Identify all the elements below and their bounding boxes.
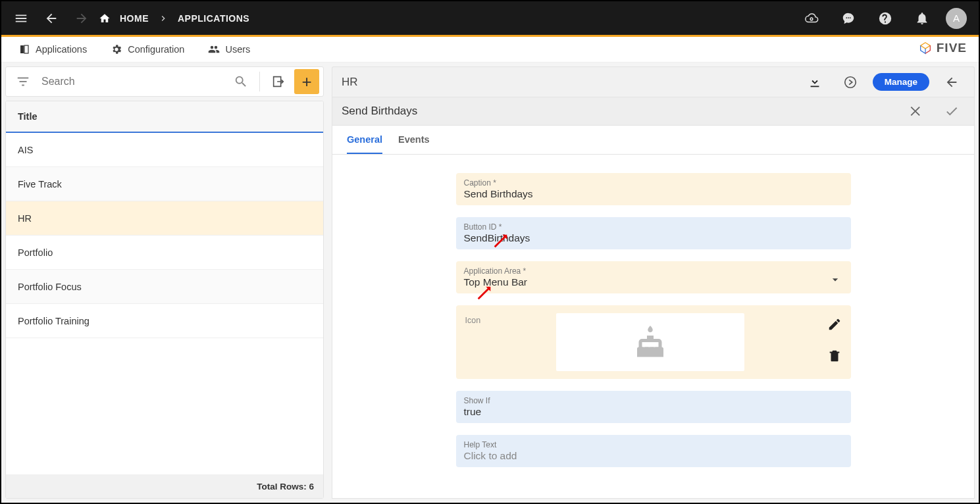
list-item[interactable]: Portfolio Training bbox=[6, 304, 323, 338]
field-show-if[interactable]: Show If true bbox=[456, 391, 851, 423]
check-icon[interactable] bbox=[939, 98, 965, 124]
chevron-right-icon bbox=[158, 13, 168, 24]
field-value: Top Menu Bar bbox=[464, 276, 843, 288]
main-area: + Title AIS Five Track HR Portfolio Port… bbox=[1, 63, 979, 503]
field-placeholder: Click to add bbox=[464, 450, 843, 462]
tab-users[interactable]: Users bbox=[196, 37, 262, 62]
field-label: Application Area * bbox=[464, 266, 843, 276]
avatar-letter: A bbox=[953, 13, 960, 24]
list-footer: Total Rows: 6 bbox=[6, 474, 323, 498]
home-icon bbox=[99, 13, 111, 24]
left-pane: + Title AIS Five Track HR Portfolio Port… bbox=[1, 63, 328, 503]
field-label: Button ID * bbox=[464, 222, 843, 232]
footer-label: Total Rows: bbox=[257, 482, 307, 491]
field-label: Caption * bbox=[464, 178, 843, 188]
svg-rect-2 bbox=[24, 45, 28, 53]
breadcrumb-home[interactable]: HOME bbox=[115, 13, 154, 24]
form-area: Caption * Send Birthdays Button ID * Sen… bbox=[332, 155, 975, 499]
field-application-area[interactable]: Application Area * Top Menu Bar bbox=[456, 261, 851, 293]
field-label: Show If bbox=[464, 396, 843, 405]
tab-configuration[interactable]: Configuration bbox=[99, 37, 196, 62]
field-label: Help Text bbox=[464, 440, 843, 449]
tab-configuration-label: Configuration bbox=[128, 44, 184, 55]
search-bar: + bbox=[5, 66, 324, 97]
cake-icon bbox=[631, 322, 670, 362]
icon-preview bbox=[556, 313, 744, 371]
field-button-id[interactable]: Button ID * SendBirthdays bbox=[456, 217, 851, 249]
brand-icon bbox=[918, 41, 933, 55]
field-value: Send Birthdays bbox=[464, 188, 843, 200]
brand-label: FIVE bbox=[937, 41, 967, 55]
sub-header: Send Birthdays bbox=[332, 97, 975, 126]
sub-title: Send Birthdays bbox=[342, 105, 417, 118]
run-icon[interactable] bbox=[837, 69, 864, 95]
top-bar: HOME APPLICATIONS A bbox=[1, 1, 979, 35]
edit-icon[interactable] bbox=[827, 317, 842, 332]
page-header: HR Manage bbox=[332, 66, 975, 97]
svg-point-0 bbox=[810, 18, 813, 20]
list-item[interactable]: Portfolio bbox=[6, 236, 323, 270]
import-icon[interactable] bbox=[265, 68, 292, 95]
breadcrumb-applications[interactable]: APPLICATIONS bbox=[172, 13, 255, 24]
delete-icon[interactable] bbox=[827, 349, 842, 363]
back-arrow-icon[interactable] bbox=[939, 69, 965, 95]
avatar[interactable]: A bbox=[946, 8, 967, 29]
footer-count: 6 bbox=[309, 482, 314, 491]
close-icon[interactable] bbox=[903, 98, 929, 124]
hamburger-menu-icon[interactable] bbox=[8, 5, 34, 32]
gear-icon bbox=[111, 43, 122, 55]
list-item[interactable]: AIS bbox=[6, 133, 323, 167]
list-item[interactable]: HR bbox=[6, 201, 323, 236]
nav-back-button[interactable] bbox=[38, 5, 64, 32]
svg-point-3 bbox=[844, 76, 856, 88]
tab-applications[interactable]: Applications bbox=[7, 37, 99, 62]
field-label: Icon bbox=[465, 313, 544, 325]
svg-rect-1 bbox=[20, 45, 24, 53]
tab-general[interactable]: General bbox=[347, 126, 382, 154]
right-pane: HR Manage Send Birthdays bbox=[328, 63, 979, 503]
add-button[interactable]: + bbox=[294, 69, 319, 94]
field-help-text[interactable]: Help Text Click to add bbox=[456, 435, 851, 467]
help-icon[interactable] bbox=[872, 5, 898, 32]
download-icon[interactable] bbox=[802, 69, 828, 95]
notifications-icon[interactable] bbox=[909, 5, 935, 32]
page-title: HR bbox=[342, 76, 358, 89]
list-card: Title AIS Five Track HR Portfolio Portfo… bbox=[5, 101, 324, 499]
search-input[interactable] bbox=[39, 72, 225, 91]
field-value: SendBirthdays bbox=[464, 232, 843, 244]
chevron-down-icon[interactable] bbox=[829, 273, 842, 286]
list-header-title: Title bbox=[18, 111, 38, 122]
breadcrumb: HOME APPLICATIONS bbox=[99, 13, 255, 24]
cloud-icon[interactable] bbox=[798, 5, 825, 32]
tab-events[interactable]: Events bbox=[398, 126, 430, 154]
applications-icon bbox=[18, 43, 30, 55]
list-item[interactable]: Portfolio Focus bbox=[6, 270, 323, 304]
manage-button[interactable]: Manage bbox=[873, 73, 929, 91]
field-value: true bbox=[464, 406, 843, 418]
list-header[interactable]: Title bbox=[6, 101, 323, 133]
users-icon bbox=[208, 43, 220, 55]
chat-icon[interactable] bbox=[835, 5, 862, 32]
list-body: AIS Five Track HR Portfolio Portfolio Fo… bbox=[6, 133, 323, 474]
brand-logo: FIVE bbox=[918, 41, 967, 55]
nav-forward-button bbox=[68, 5, 95, 32]
field-caption[interactable]: Caption * Send Birthdays bbox=[456, 173, 851, 205]
tab-users-label: Users bbox=[225, 44, 250, 55]
form-tabs: General Events bbox=[332, 126, 975, 155]
search-icon[interactable] bbox=[228, 68, 254, 95]
list-item[interactable]: Five Track bbox=[6, 167, 323, 201]
tab-applications-label: Applications bbox=[36, 44, 87, 55]
secondary-nav: Applications Configuration Users FIVE bbox=[1, 37, 979, 63]
filter-icon[interactable] bbox=[10, 68, 36, 95]
field-icon: Icon bbox=[456, 305, 851, 379]
